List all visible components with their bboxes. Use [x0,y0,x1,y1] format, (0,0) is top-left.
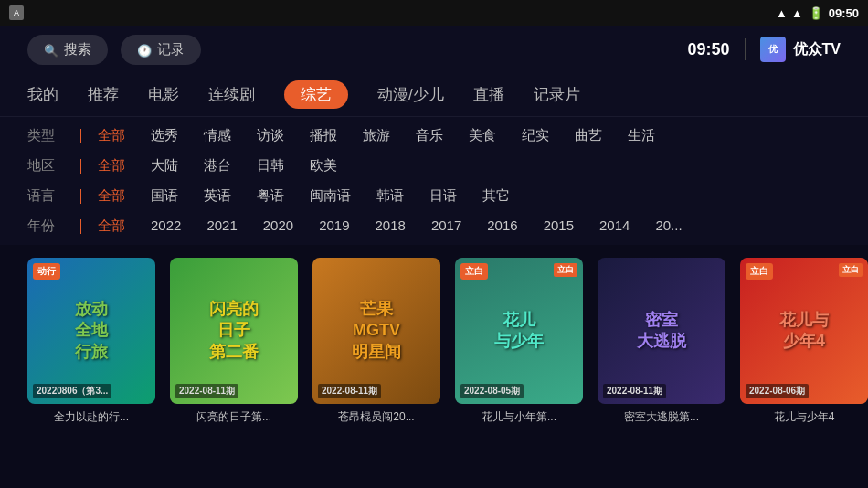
filter-tag-生活[interactable]: 生活 [628,127,655,144]
card-title-4: 花儿与小年第... [455,409,583,425]
filter-tag-2019[interactable]: 2019 [319,217,349,235]
brand-badge-6: 立白 [839,263,863,277]
filter-tag-美食[interactable]: 美食 [469,127,496,144]
card-title-1: 全力以赴的行... [27,409,155,425]
brand-logo: 优 [760,37,786,62]
filter-tag-曲艺[interactable]: 曲艺 [575,127,602,144]
card-4[interactable]: 花儿与少年立白立白2022-08-05期花儿与小年第... [455,258,583,425]
filter-region-tags: 全部大陆港台日韩欧美 [98,157,337,175]
card-inner-1: 放动全地行旅动行20220806（第3... [27,258,155,404]
card-date-5: 2022-08-11期 [603,384,666,398]
nav-item-直播[interactable]: 直播 [473,80,504,109]
card-inner-6: 花儿与少年4立白立白2022-08-06期 [740,258,868,404]
filter-tag-2021[interactable]: 2021 [206,217,237,235]
history-button[interactable]: 记录 [121,35,201,65]
filter-tag-20...[interactable]: 20... [655,217,682,235]
content-area: 放动全地行旅动行20220806（第3...全力以赴的行...闪亮的日子第二番2… [0,245,868,425]
nav-item-电影[interactable]: 电影 [148,80,179,109]
brand-badge-4: 立白 [554,263,577,277]
status-left: A [9,5,24,20]
filter-type-tags: 全部选秀情感访谈播报旅游音乐美食纪实曲艺生活 [98,127,655,144]
filter-type-row: 类型 全部选秀情感访谈播报旅游音乐美食纪实曲艺生活 [0,121,868,151]
card-title-3: 苍昂棍员闯20... [312,409,440,425]
filter-tag-国语[interactable]: 国语 [151,187,178,205]
filter-tag-全部[interactable]: 全部 [98,157,125,175]
status-right: ▲ ▲ 🔋 09:50 [776,6,859,20]
filter-tag-2018[interactable]: 2018 [376,217,406,235]
card-date-2: 2022-08-11期 [175,384,238,398]
main-nav: 我的推荐电影连续剧综艺动漫/少儿直播记录片 [0,73,868,117]
filter-tag-港台[interactable]: 港台 [204,157,231,175]
nav-item-综艺[interactable]: 综艺 [284,80,348,109]
nav-item-推荐[interactable]: 推荐 [88,80,119,109]
card-inner-3: 芒果MGTV明星闻2022-08-11期 [312,258,440,404]
filter-tag-全部[interactable]: 全部 [98,187,125,205]
search-button[interactable]: 搜索 [27,35,108,65]
brand-logo-text: 优 [768,43,778,56]
card-6[interactable]: 花儿与少年4立白立白2022-08-06期花儿与少年4 [740,258,868,425]
filter-tag-全部[interactable]: 全部 [98,217,125,235]
card-thumb-3: 芒果MGTV明星闻2022-08-11期 [312,258,440,404]
card-2[interactable]: 闪亮的日子第二番2022-08-11期闪亮的日子第... [170,258,298,425]
filter-tag-英语[interactable]: 英语 [204,187,231,205]
filter-tag-欧美[interactable]: 欧美 [310,157,337,175]
card-3[interactable]: 芒果MGTV明星闻2022-08-11期苍昂棍员闯20... [312,258,440,425]
card-thumb-1: 放动全地行旅动行20220806（第3... [27,258,155,404]
card-badge-6: 立白 [746,263,773,280]
filter-year-sep [80,219,81,234]
filter-tag-选秀[interactable]: 选秀 [151,127,178,144]
filter-year-label: 年份 [27,217,64,235]
filter-year-tags: 全部20222021202020192018201720162015201420… [98,217,683,235]
filter-tag-日韩[interactable]: 日韩 [257,157,284,175]
card-inner-2: 闪亮的日子第二番2022-08-11期 [170,258,298,404]
brand-name: 优众TV [793,40,841,59]
card-date-3: 2022-08-11期 [318,384,381,398]
filter-tag-2020[interactable]: 2020 [263,217,293,235]
filter-tag-情感[interactable]: 情感 [204,127,231,144]
top-bar: 搜索 记录 09:50 优 优众TV [0,26,868,73]
filter-tag-2017[interactable]: 2017 [431,217,461,235]
card-date-6: 2022-08-06期 [746,384,809,398]
nav-item-我的[interactable]: 我的 [27,80,58,109]
filter-tag-大陆[interactable]: 大陆 [151,157,178,175]
filters: 类型 全部选秀情感访谈播报旅游音乐美食纪实曲艺生活 地区 全部大陆港台日韩欧美 … [0,117,868,245]
filter-tag-粤语[interactable]: 粤语 [257,187,284,205]
filter-lang-label: 语言 [27,187,64,205]
signal-icons: ▲ ▲ [776,6,803,20]
filter-region-sep [80,159,81,174]
filter-tag-闽南语[interactable]: 闽南语 [310,187,351,205]
filter-tag-访谈[interactable]: 访谈 [257,127,284,144]
filter-tag-纪实[interactable]: 纪实 [522,127,549,144]
filter-tag-2022[interactable]: 2022 [151,217,181,235]
filter-tag-旅游[interactable]: 旅游 [363,127,390,144]
card-thumb-5: 密室大逃脱2022-08-11期 [598,258,725,404]
card-date-4: 2022-08-05期 [460,384,524,398]
card-thumb-2: 闪亮的日子第二番2022-08-11期 [170,258,298,404]
filter-tag-日语[interactable]: 日语 [429,187,457,205]
nav-item-记录片[interactable]: 记录片 [534,80,580,109]
filter-region-label: 地区 [27,157,64,175]
filter-tag-全部[interactable]: 全部 [98,127,125,144]
filter-tag-播报[interactable]: 播报 [310,127,337,144]
filter-tag-2016[interactable]: 2016 [487,217,517,235]
filter-lang-tags: 全部国语英语粤语闽南语韩语日语其它 [98,187,510,205]
status-time: 09:50 [829,6,859,20]
filter-type-sep [80,129,81,143]
status-bar: A ▲ ▲ 🔋 09:50 [0,0,868,26]
wifi-icon: ▲ [776,6,788,20]
nav-item-动漫/少儿[interactable]: 动漫/少儿 [377,80,444,109]
signal-icon: ▲ [791,6,803,20]
card-5[interactable]: 密室大逃脱2022-08-11期密室大逃脱第... [598,258,725,425]
nav-item-连续剧[interactable]: 连续剧 [208,80,255,109]
filter-type-label: 类型 [27,127,64,144]
card-1[interactable]: 放动全地行旅动行20220806（第3...全力以赴的行... [27,258,155,425]
filter-tag-2015[interactable]: 2015 [544,217,574,235]
filter-tag-2014[interactable]: 2014 [599,217,630,235]
filter-tag-其它[interactable]: 其它 [482,187,510,205]
filter-lang-sep [80,189,81,204]
search-label: 搜索 [64,41,91,58]
card-date-1: 20220806（第3... [33,384,111,398]
card-badge-1: 动行 [33,263,60,280]
filter-tag-音乐[interactable]: 音乐 [416,127,443,144]
filter-tag-韩语[interactable]: 韩语 [376,187,404,205]
